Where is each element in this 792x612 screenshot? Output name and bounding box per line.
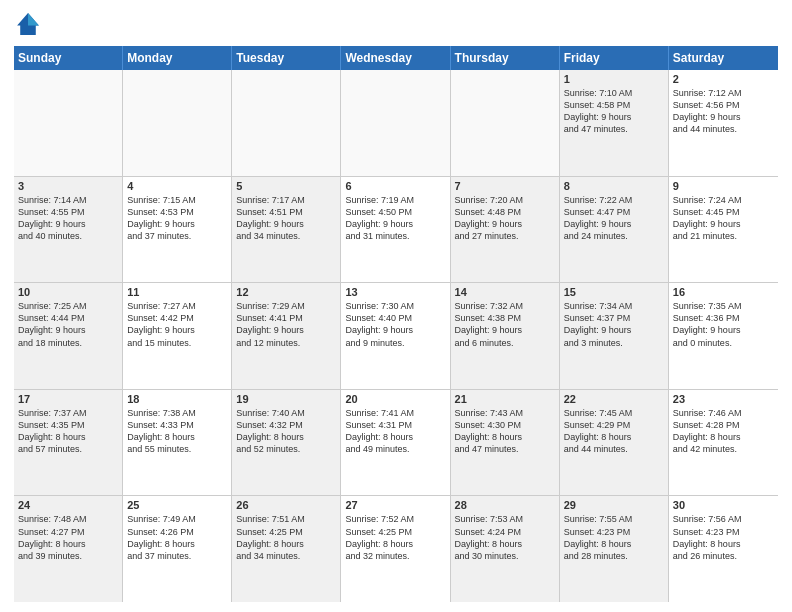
calendar-cell-8: 8Sunrise: 7:22 AMSunset: 4:47 PMDaylight…	[560, 177, 669, 283]
calendar-cell-5: 5Sunrise: 7:17 AMSunset: 4:51 PMDaylight…	[232, 177, 341, 283]
calendar-cell-9: 9Sunrise: 7:24 AMSunset: 4:45 PMDaylight…	[669, 177, 778, 283]
daylight-info: Sunrise: 7:52 AMSunset: 4:25 PMDaylight:…	[345, 513, 445, 562]
day-number: 15	[564, 286, 664, 298]
day-number: 20	[345, 393, 445, 405]
calendar-cell-29: 29Sunrise: 7:55 AMSunset: 4:23 PMDayligh…	[560, 496, 669, 602]
header-cell-thursday: Thursday	[451, 46, 560, 70]
calendar-header: SundayMondayTuesdayWednesdayThursdayFrid…	[14, 46, 778, 70]
daylight-info: Sunrise: 7:10 AMSunset: 4:58 PMDaylight:…	[564, 87, 664, 136]
calendar-cell-empty-1	[123, 70, 232, 176]
calendar-cell-empty-0	[14, 70, 123, 176]
daylight-info: Sunrise: 7:22 AMSunset: 4:47 PMDaylight:…	[564, 194, 664, 243]
calendar-cell-4: 4Sunrise: 7:15 AMSunset: 4:53 PMDaylight…	[123, 177, 232, 283]
calendar-cell-18: 18Sunrise: 7:38 AMSunset: 4:33 PMDayligh…	[123, 390, 232, 496]
daylight-info: Sunrise: 7:40 AMSunset: 4:32 PMDaylight:…	[236, 407, 336, 456]
calendar-cell-13: 13Sunrise: 7:30 AMSunset: 4:40 PMDayligh…	[341, 283, 450, 389]
header-cell-wednesday: Wednesday	[341, 46, 450, 70]
calendar-cell-17: 17Sunrise: 7:37 AMSunset: 4:35 PMDayligh…	[14, 390, 123, 496]
calendar-cell-27: 27Sunrise: 7:52 AMSunset: 4:25 PMDayligh…	[341, 496, 450, 602]
header-cell-sunday: Sunday	[14, 46, 123, 70]
daylight-info: Sunrise: 7:12 AMSunset: 4:56 PMDaylight:…	[673, 87, 774, 136]
calendar-cell-1: 1Sunrise: 7:10 AMSunset: 4:58 PMDaylight…	[560, 70, 669, 176]
daylight-info: Sunrise: 7:19 AMSunset: 4:50 PMDaylight:…	[345, 194, 445, 243]
day-number: 1	[564, 73, 664, 85]
daylight-info: Sunrise: 7:41 AMSunset: 4:31 PMDaylight:…	[345, 407, 445, 456]
daylight-info: Sunrise: 7:56 AMSunset: 4:23 PMDaylight:…	[673, 513, 774, 562]
daylight-info: Sunrise: 7:17 AMSunset: 4:51 PMDaylight:…	[236, 194, 336, 243]
calendar-row-3: 10Sunrise: 7:25 AMSunset: 4:44 PMDayligh…	[14, 283, 778, 390]
calendar-cell-26: 26Sunrise: 7:51 AMSunset: 4:25 PMDayligh…	[232, 496, 341, 602]
daylight-info: Sunrise: 7:32 AMSunset: 4:38 PMDaylight:…	[455, 300, 555, 349]
day-number: 16	[673, 286, 774, 298]
day-number: 10	[18, 286, 118, 298]
daylight-info: Sunrise: 7:35 AMSunset: 4:36 PMDaylight:…	[673, 300, 774, 349]
day-number: 26	[236, 499, 336, 511]
daylight-info: Sunrise: 7:14 AMSunset: 4:55 PMDaylight:…	[18, 194, 118, 243]
calendar-cell-25: 25Sunrise: 7:49 AMSunset: 4:26 PMDayligh…	[123, 496, 232, 602]
header-cell-monday: Monday	[123, 46, 232, 70]
day-number: 12	[236, 286, 336, 298]
calendar-cell-16: 16Sunrise: 7:35 AMSunset: 4:36 PMDayligh…	[669, 283, 778, 389]
daylight-info: Sunrise: 7:48 AMSunset: 4:27 PMDaylight:…	[18, 513, 118, 562]
calendar-cell-6: 6Sunrise: 7:19 AMSunset: 4:50 PMDaylight…	[341, 177, 450, 283]
calendar-cell-20: 20Sunrise: 7:41 AMSunset: 4:31 PMDayligh…	[341, 390, 450, 496]
svg-marker-1	[28, 13, 39, 25]
daylight-info: Sunrise: 7:53 AMSunset: 4:24 PMDaylight:…	[455, 513, 555, 562]
day-number: 13	[345, 286, 445, 298]
calendar-cell-2: 2Sunrise: 7:12 AMSunset: 4:56 PMDaylight…	[669, 70, 778, 176]
header-cell-saturday: Saturday	[669, 46, 778, 70]
daylight-info: Sunrise: 7:20 AMSunset: 4:48 PMDaylight:…	[455, 194, 555, 243]
daylight-info: Sunrise: 7:25 AMSunset: 4:44 PMDaylight:…	[18, 300, 118, 349]
calendar-cell-11: 11Sunrise: 7:27 AMSunset: 4:42 PMDayligh…	[123, 283, 232, 389]
day-number: 8	[564, 180, 664, 192]
daylight-info: Sunrise: 7:30 AMSunset: 4:40 PMDaylight:…	[345, 300, 445, 349]
day-number: 30	[673, 499, 774, 511]
calendar-row-5: 24Sunrise: 7:48 AMSunset: 4:27 PMDayligh…	[14, 496, 778, 602]
calendar-cell-24: 24Sunrise: 7:48 AMSunset: 4:27 PMDayligh…	[14, 496, 123, 602]
daylight-info: Sunrise: 7:46 AMSunset: 4:28 PMDaylight:…	[673, 407, 774, 456]
daylight-info: Sunrise: 7:15 AMSunset: 4:53 PMDaylight:…	[127, 194, 227, 243]
daylight-info: Sunrise: 7:34 AMSunset: 4:37 PMDaylight:…	[564, 300, 664, 349]
logo	[14, 10, 46, 38]
calendar-cell-19: 19Sunrise: 7:40 AMSunset: 4:32 PMDayligh…	[232, 390, 341, 496]
header-cell-tuesday: Tuesday	[232, 46, 341, 70]
day-number: 4	[127, 180, 227, 192]
day-number: 24	[18, 499, 118, 511]
day-number: 2	[673, 73, 774, 85]
page-header	[14, 10, 778, 38]
daylight-info: Sunrise: 7:37 AMSunset: 4:35 PMDaylight:…	[18, 407, 118, 456]
logo-icon	[14, 10, 42, 38]
calendar-cell-10: 10Sunrise: 7:25 AMSunset: 4:44 PMDayligh…	[14, 283, 123, 389]
daylight-info: Sunrise: 7:43 AMSunset: 4:30 PMDaylight:…	[455, 407, 555, 456]
calendar-cell-30: 30Sunrise: 7:56 AMSunset: 4:23 PMDayligh…	[669, 496, 778, 602]
calendar: SundayMondayTuesdayWednesdayThursdayFrid…	[14, 46, 778, 602]
calendar-cell-empty-3	[341, 70, 450, 176]
day-number: 19	[236, 393, 336, 405]
daylight-info: Sunrise: 7:55 AMSunset: 4:23 PMDaylight:…	[564, 513, 664, 562]
calendar-cell-empty-4	[451, 70, 560, 176]
day-number: 5	[236, 180, 336, 192]
calendar-cell-7: 7Sunrise: 7:20 AMSunset: 4:48 PMDaylight…	[451, 177, 560, 283]
calendar-cell-23: 23Sunrise: 7:46 AMSunset: 4:28 PMDayligh…	[669, 390, 778, 496]
day-number: 27	[345, 499, 445, 511]
calendar-cell-14: 14Sunrise: 7:32 AMSunset: 4:38 PMDayligh…	[451, 283, 560, 389]
day-number: 6	[345, 180, 445, 192]
daylight-info: Sunrise: 7:45 AMSunset: 4:29 PMDaylight:…	[564, 407, 664, 456]
calendar-cell-22: 22Sunrise: 7:45 AMSunset: 4:29 PMDayligh…	[560, 390, 669, 496]
day-number: 28	[455, 499, 555, 511]
day-number: 11	[127, 286, 227, 298]
day-number: 3	[18, 180, 118, 192]
day-number: 21	[455, 393, 555, 405]
daylight-info: Sunrise: 7:38 AMSunset: 4:33 PMDaylight:…	[127, 407, 227, 456]
daylight-info: Sunrise: 7:27 AMSunset: 4:42 PMDaylight:…	[127, 300, 227, 349]
day-number: 23	[673, 393, 774, 405]
calendar-cell-3: 3Sunrise: 7:14 AMSunset: 4:55 PMDaylight…	[14, 177, 123, 283]
day-number: 25	[127, 499, 227, 511]
calendar-row-1: 1Sunrise: 7:10 AMSunset: 4:58 PMDaylight…	[14, 70, 778, 177]
page-container: SundayMondayTuesdayWednesdayThursdayFrid…	[0, 0, 792, 612]
calendar-cell-21: 21Sunrise: 7:43 AMSunset: 4:30 PMDayligh…	[451, 390, 560, 496]
calendar-cell-28: 28Sunrise: 7:53 AMSunset: 4:24 PMDayligh…	[451, 496, 560, 602]
daylight-info: Sunrise: 7:24 AMSunset: 4:45 PMDaylight:…	[673, 194, 774, 243]
day-number: 17	[18, 393, 118, 405]
header-cell-friday: Friday	[560, 46, 669, 70]
